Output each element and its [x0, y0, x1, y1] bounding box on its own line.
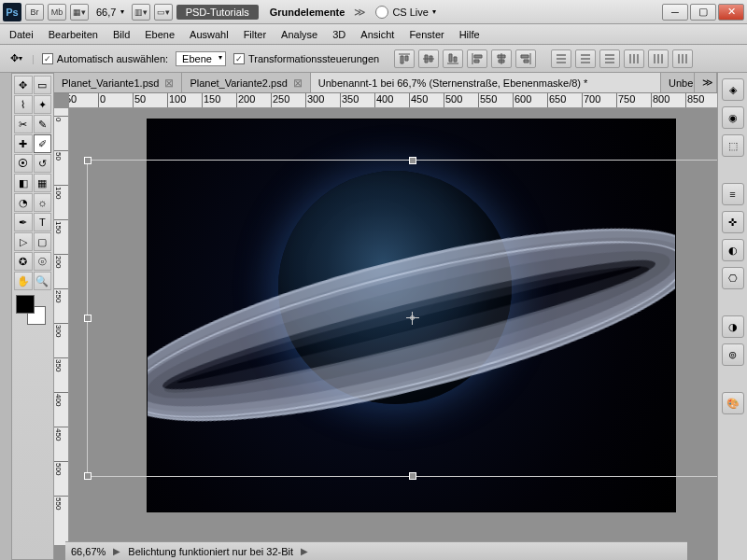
- handle-top-left[interactable]: [84, 157, 92, 164]
- dist-right-button[interactable]: [672, 49, 693, 68]
- dist-left-button[interactable]: [624, 49, 644, 68]
- crop-tool[interactable]: ✂: [14, 115, 33, 133]
- menu-bild[interactable]: Bild: [113, 29, 130, 40]
- svg-rect-1: [557, 58, 566, 60]
- svg-rect-4: [581, 58, 590, 60]
- brush-tool[interactable]: ✐: [34, 134, 52, 153]
- targeted-panel-icon[interactable]: ⊚: [722, 343, 744, 366]
- tab-chevron[interactable]: ≫: [695, 73, 717, 92]
- handle-bot-left[interactable]: [84, 472, 92, 480]
- status-zoom[interactable]: 66,67%: [71, 546, 106, 557]
- tab-unbenannt[interactable]: Unbenannt-1 bei 66,7% (Sternenstraße, Eb…: [311, 73, 661, 92]
- eraser-tool[interactable]: ◧: [14, 174, 33, 192]
- menu-hilfe[interactable]: Hilfe: [459, 29, 480, 40]
- stamp-tool[interactable]: ⦿: [14, 154, 33, 173]
- cslive-button[interactable]: CS Live▾: [375, 6, 436, 19]
- auto-select-checkbox[interactable]: ✓Automatisch auswählen:: [42, 53, 168, 64]
- menu-filter[interactable]: Filter: [244, 29, 266, 40]
- dist-bottom-button[interactable]: [599, 49, 620, 68]
- marquee-tool[interactable]: ▭: [34, 76, 52, 94]
- minibridge-button[interactable]: Mb: [48, 4, 66, 21]
- pen-tool[interactable]: ✒: [14, 213, 33, 231]
- dist-vcenter-button[interactable]: [575, 49, 596, 68]
- bridge-button[interactable]: Br: [25, 4, 44, 21]
- adjustments-panel-icon[interactable]: ≡: [722, 183, 744, 205]
- svg-rect-8: [605, 62, 614, 63]
- masks-panel-icon[interactable]: ✜: [722, 211, 744, 233]
- gradient-tool[interactable]: ▦: [34, 174, 52, 192]
- close-icon[interactable]: ⊠: [164, 77, 174, 90]
- close-icon[interactable]: ⊠: [293, 77, 303, 90]
- close-button[interactable]: ✕: [718, 4, 744, 21]
- arrange-button[interactable]: ▭▾: [154, 4, 173, 21]
- svg-rect-16: [682, 54, 684, 63]
- workspace-label[interactable]: PSD-Tutorials: [176, 5, 259, 20]
- menu-ansicht[interactable]: Ansicht: [360, 29, 394, 40]
- auto-select-dropdown[interactable]: Ebene: [176, 51, 226, 66]
- menu-datei[interactable]: Datei: [9, 29, 34, 40]
- align-left-button[interactable]: [467, 49, 487, 68]
- layers-panel-icon[interactable]: ◈: [722, 78, 744, 101]
- titlebar: Ps Br Mb ▦▾ 66,7 ▾ ▥▾ ▭▾ PSD-Tutorials G…: [0, 0, 747, 24]
- align-bottom-button[interactable]: [443, 49, 463, 68]
- eyedropper-tool[interactable]: ✎: [34, 115, 52, 133]
- minimize-button[interactable]: ─: [662, 4, 688, 21]
- view-extras-button[interactable]: ▥▾: [132, 4, 150, 21]
- brightness-panel-icon[interactable]: ◑: [722, 315, 744, 338]
- svg-rect-5: [581, 62, 590, 63]
- align-hcenter-button[interactable]: [491, 49, 512, 68]
- menu-auswahl[interactable]: Auswahl: [190, 29, 229, 40]
- transform-controls-checkbox[interactable]: ✓Transformationssteuerungen: [233, 53, 379, 64]
- paths-panel-icon[interactable]: ⬚: [722, 134, 744, 157]
- svg-rect-2: [557, 62, 566, 63]
- status-bar: 66,67% ▶ Belichtung funktioniert nur bei…: [65, 541, 687, 560]
- color-swatches[interactable]: [14, 295, 48, 325]
- arrow-icon[interactable]: ▶: [301, 546, 308, 556]
- history-brush-tool[interactable]: ↺: [34, 154, 52, 173]
- hand-tool[interactable]: ✋: [14, 272, 33, 290]
- 3d-camera-tool[interactable]: ⦾: [34, 252, 52, 271]
- menu-analyse[interactable]: Analyse: [281, 29, 317, 40]
- path-select-tool[interactable]: ▷: [14, 232, 33, 251]
- document-canvas[interactable]: [148, 119, 675, 511]
- ruler-horizontal: 5005010015020025030035040045050055060065…: [69, 93, 717, 108]
- ruler-vertical: 050100150200250300350400450500550: [54, 108, 69, 545]
- channels-panel-icon[interactable]: ◉: [722, 106, 744, 129]
- align-top-button[interactable]: [394, 49, 415, 68]
- workspace-secondary[interactable]: Grundelemente: [270, 7, 345, 18]
- zoom-dropdown[interactable]: 66,7 ▾: [92, 7, 128, 18]
- zoom-tool[interactable]: 🔍: [34, 272, 52, 290]
- lasso-tool[interactable]: ⌇: [14, 95, 33, 114]
- tab-variante1[interactable]: Planet_Variante1.psd⊠: [54, 73, 182, 92]
- align-right-button[interactable]: [515, 49, 536, 68]
- 3d-tool[interactable]: ✪: [14, 252, 33, 271]
- arrow-icon[interactable]: ▶: [113, 546, 120, 556]
- tab-overflow[interactable]: Unbe: [661, 73, 695, 92]
- distribute-group: [551, 49, 693, 68]
- menu-fenster[interactable]: Fenster: [409, 29, 444, 40]
- toolbox: ✥▭ ⌇✦ ✂✎ ✚✐ ⦿↺ ◧▦ ◔☼ ✒T ▷▢ ✪⦾ ✋🔍: [11, 73, 54, 560]
- maximize-button[interactable]: ▢: [690, 4, 716, 21]
- dist-hcenter-button[interactable]: [648, 49, 669, 68]
- menu-bearbeiten[interactable]: Bearbeiten: [49, 29, 98, 40]
- chevron-icon[interactable]: ≫: [354, 6, 366, 19]
- color-panel-icon[interactable]: 🎨: [722, 392, 744, 414]
- type-tool[interactable]: T: [34, 213, 52, 231]
- stamp-panel-icon[interactable]: ⎔: [722, 267, 744, 289]
- shape-tool[interactable]: ▢: [34, 232, 52, 251]
- dist-top-button[interactable]: [551, 49, 571, 68]
- svg-rect-17: [685, 54, 687, 63]
- svg-rect-15: [678, 54, 680, 63]
- menu-3d[interactable]: 3D: [332, 29, 345, 40]
- align-vcenter-button[interactable]: [418, 49, 439, 68]
- heal-tool[interactable]: ✚: [14, 134, 33, 153]
- move-tool[interactable]: ✥: [14, 76, 33, 94]
- screen-mode-button[interactable]: ▦▾: [70, 4, 89, 21]
- dodge-tool[interactable]: ☼: [34, 193, 52, 212]
- tab-variante2[interactable]: Planet_Variante2.psd⊠: [182, 73, 310, 92]
- menu-ebene[interactable]: Ebene: [145, 29, 175, 40]
- blur-tool[interactable]: ◔: [14, 193, 33, 212]
- wand-tool[interactable]: ✦: [34, 95, 52, 114]
- handle-mid-left[interactable]: [84, 315, 92, 322]
- styles-panel-icon[interactable]: ◐: [722, 239, 744, 261]
